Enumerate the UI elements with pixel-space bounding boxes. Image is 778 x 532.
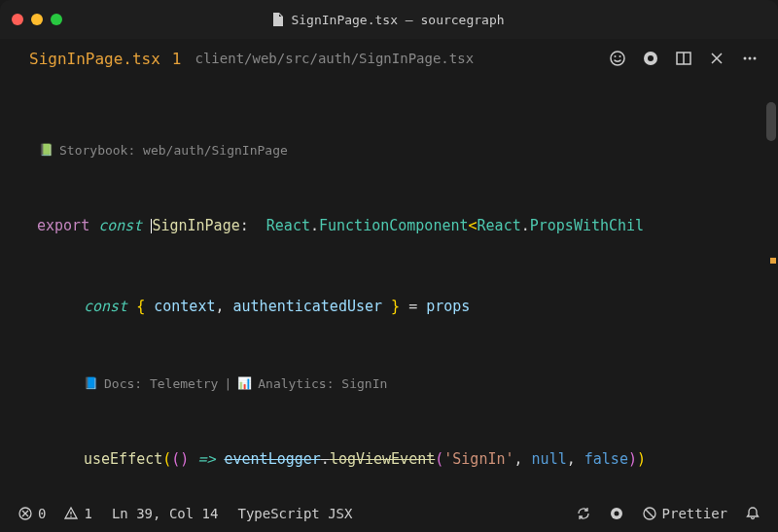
code-line[interactable] xyxy=(37,528,778,532)
error-icon xyxy=(18,506,33,521)
codelens-storybook[interactable]: 📗 Storybook: web/auth/SignInPage xyxy=(37,142,778,160)
maximize-window-button[interactable] xyxy=(51,14,62,25)
docs-icon: 📘 xyxy=(84,375,98,392)
minimap-marker xyxy=(770,258,776,264)
editor[interactable]: 📗 Storybook: web/auth/SignInPage export … xyxy=(0,78,778,532)
bell-icon[interactable] xyxy=(745,506,760,521)
tab-dirty-indicator: 1 xyxy=(172,50,182,68)
status-errors[interactable]: 0 xyxy=(18,506,46,521)
statusbar: 0 1 Ln 39, Col 14 TypeScript JSX Prettie… xyxy=(0,500,778,527)
minimize-window-button[interactable] xyxy=(31,14,43,25)
svg-point-14 xyxy=(614,512,619,516)
svg-point-2 xyxy=(619,55,621,57)
status-prettier-text: Prettier xyxy=(662,506,727,521)
gear-icon[interactable] xyxy=(609,506,624,521)
svg-point-12 xyxy=(71,515,73,517)
traffic-lights xyxy=(12,14,62,25)
svg-point-4 xyxy=(648,55,654,61)
scrollbar[interactable] xyxy=(766,83,776,472)
split-editor-icon[interactable] xyxy=(675,50,692,67)
more-icon[interactable] xyxy=(741,50,759,67)
code-line[interactable]: useEffect(() => eventLogger.logViewEvent… xyxy=(37,446,778,474)
status-warnings-count: 1 xyxy=(84,506,91,521)
codelens-analytics-text: Analytics: SignIn xyxy=(258,375,387,393)
status-prettier[interactable]: Prettier xyxy=(642,506,727,521)
status-errors-count: 0 xyxy=(38,506,46,521)
codelens-storybook-text: Storybook: web/auth/SignInPage xyxy=(59,142,288,160)
close-window-button[interactable] xyxy=(12,14,23,25)
warning-icon xyxy=(63,506,79,521)
analytics-icon: 📊 xyxy=(237,375,252,392)
close-icon[interactable] xyxy=(708,50,725,67)
codelens-docs-text: Docs: Telemetry xyxy=(104,375,218,393)
sync-icon[interactable] xyxy=(576,506,591,521)
titlebar: SignInPage.tsx — sourcegraph xyxy=(0,0,778,39)
storybook-icon: 📗 xyxy=(39,142,53,159)
svg-point-9 xyxy=(754,57,757,60)
file-icon xyxy=(271,13,285,26)
code-line[interactable]: export const SignInPage: React.FunctionC… xyxy=(37,213,778,240)
code-line[interactable]: const { context, authenticatedUser } = p… xyxy=(37,294,778,321)
gear-icon[interactable] xyxy=(642,50,659,67)
window-title: SignInPage.tsx — sourcegraph xyxy=(62,13,714,27)
status-warnings[interactable]: 1 xyxy=(63,506,91,521)
codelens-docs[interactable]: 📘 Docs: Telemetry | 📊 Analytics: SignIn xyxy=(37,375,778,393)
status-language[interactable]: TypeScript JSX xyxy=(237,506,352,521)
tabbar: SignInPage.tsx 1 client/web/src/auth/Sig… xyxy=(0,39,778,78)
tab-actions xyxy=(609,50,759,67)
window-title-text: SignInPage.tsx — sourcegraph xyxy=(291,13,504,27)
smile-icon[interactable] xyxy=(609,50,626,67)
svg-point-0 xyxy=(611,52,624,65)
prettier-block-icon xyxy=(642,506,657,521)
svg-point-1 xyxy=(615,55,617,57)
svg-line-16 xyxy=(646,510,654,517)
breadcrumb[interactable]: client/web/src/auth/SignInPage.tsx xyxy=(195,51,475,66)
svg-point-8 xyxy=(749,57,752,60)
status-cursor-position[interactable]: Ln 39, Col 14 xyxy=(112,506,219,521)
scrollbar-thumb[interactable] xyxy=(766,102,776,141)
svg-point-7 xyxy=(744,57,747,60)
tab-filename[interactable]: SignInPage.tsx xyxy=(29,50,160,68)
